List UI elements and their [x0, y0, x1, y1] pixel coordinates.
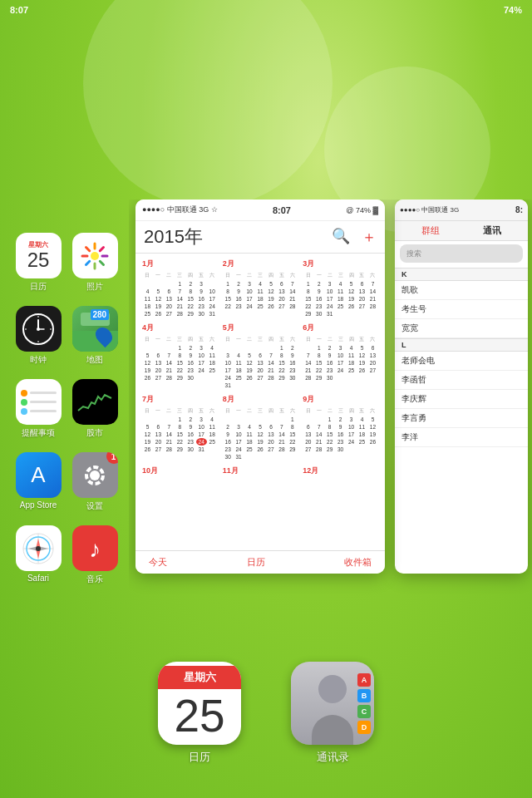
clock-app-icon[interactable]: 时钟	[13, 306, 63, 366]
contact-kuankuan[interactable]: 宽宽	[395, 319, 528, 338]
index-b: B	[357, 689, 371, 702]
dock-calendar-icon: 星期六 25	[158, 662, 241, 745]
month-january: 1月 日一二三四五六 123 45678910 11121314151617 1…	[142, 259, 218, 318]
month-october: 10月	[142, 466, 218, 478]
dock-contacts-app[interactable]: A B C D 通讯录	[291, 662, 374, 765]
calendar-label: 日历	[30, 281, 47, 293]
footer-inbox[interactable]: 收件箱	[344, 556, 372, 569]
contacts-search-bar[interactable]: 搜索	[400, 244, 523, 263]
month-july: 7月 日一二三四五六 1234 567891011 12131415161718…	[142, 394, 218, 461]
photos-icon-img	[72, 233, 118, 278]
calendar-body: 1月 日一二三四五六 123 45678910 11121314151617 1…	[135, 254, 385, 483]
calendar-search-icon[interactable]: 🔍	[332, 227, 350, 247]
month-name-february: 2月	[223, 259, 298, 269]
contact-kai-ge[interactable]: 凯歌	[395, 281, 528, 300]
month-name-august: 8月	[223, 394, 298, 405]
calendar-footer: 今天 日历 收件箱	[135, 550, 385, 574]
index-c: C	[357, 705, 371, 718]
bg-decoration-1	[83, 0, 332, 208]
month-name-june: 6月	[303, 323, 378, 333]
calendar-add-icon[interactable]: ＋	[362, 227, 377, 247]
month-name-may: 5月	[223, 323, 298, 333]
calendar-card-wrapper: ●●●●○ 中国联通 3G ☆ 8:07 @ 74% ▓ 2015年 🔍 ＋ 1…	[135, 200, 385, 574]
reminders-label: 提醒事项	[22, 427, 55, 439]
contact-li-yanyong[interactable]: 李言勇	[395, 409, 528, 428]
footer-today[interactable]: 今天	[149, 556, 167, 569]
contacts-time: 8:	[515, 205, 523, 214]
svg-line-6	[100, 261, 103, 264]
person-body	[312, 715, 353, 745]
icon-row-3: 提醒事项 股市	[8, 379, 125, 439]
music-label: 音乐	[86, 574, 103, 585]
icon-row-5: Safari ♪ 音乐	[8, 525, 125, 585]
contacts-status-bar: ●●●●○ 中国联通 3G 8:	[395, 200, 528, 221]
contacts-list: K 凯歌 考生号 宽宽 L 老师会电 李函哲 李庆辉 李言勇 李洋	[395, 266, 528, 449]
svg-text:A: A	[31, 462, 46, 487]
reminders-app-icon[interactable]: 提醒事项	[13, 379, 63, 439]
svg-point-26	[36, 546, 41, 551]
appstore-label: App Store	[20, 500, 57, 510]
month-april: 4月 日一二三四五六 1234 567891011 12131415161718…	[142, 323, 218, 389]
clock-label: 时钟	[30, 354, 47, 366]
contacts-switcher-card[interactable]: ●●●●○ 中国联通 3G 8: 群组 通讯 搜索 K 凯歌 考生号 宽宽 L …	[395, 200, 528, 574]
month-name-december: 12月	[303, 466, 378, 476]
calendar-app-icon[interactable]: 星期六 25 日历	[13, 233, 63, 293]
month-november: 11月	[223, 466, 298, 478]
settings-app-icon[interactable]: 1 设置	[70, 452, 120, 512]
month-september: 9月 日一二三四五六 12345 6789101112 131415161718…	[303, 394, 378, 461]
icon-row-4: A App Store 1 设置	[8, 452, 125, 512]
month-may: 5月 日一二三四五六 12 3456789 10111213141516 171…	[223, 323, 298, 389]
safari-label: Safari	[27, 574, 49, 583]
contact-laoshi[interactable]: 老师会电	[395, 352, 528, 371]
calendar-months-grid: 1月 日一二三四五六 123 45678910 11121314151617 1…	[142, 259, 378, 478]
safari-app-icon[interactable]: Safari	[13, 525, 63, 585]
contact-li-qinghui[interactable]: 李庆辉	[395, 390, 528, 409]
contact-kaoshenghaoo[interactable]: 考生号	[395, 300, 528, 319]
dock-contacts-label: 通讯录	[317, 750, 349, 765]
cal-signal: ●●●●○ 中国联通 3G ☆	[142, 204, 218, 215]
music-app-icon[interactable]: ♪ 音乐	[70, 525, 120, 585]
home-time: 8:07	[10, 5, 28, 15]
dock-icons: 星期六 25 日历 A B C D 通讯录	[0, 662, 532, 765]
month-name-november: 11月	[223, 466, 298, 476]
dock-cal-weekday: 星期六	[158, 666, 241, 689]
contacts-all-btn[interactable]: 通讯	[483, 224, 501, 237]
icon-row-1: 星期六 25 日历 照片	[8, 233, 125, 293]
month-name-september: 9月	[303, 394, 378, 405]
appstore-icon-img: A	[16, 452, 62, 498]
calendar-switcher-card[interactable]: ●●●●○ 中国联通 3G ☆ 8:07 @ 74% ▓ 2015年 🔍 ＋ 1…	[135, 200, 385, 574]
contacts-signal: ●●●●○ 中国联通 3G	[400, 205, 459, 214]
month-name-march: 3月	[303, 259, 378, 269]
reminders-icon-img	[16, 379, 62, 425]
dock-cal-day: 25	[174, 691, 224, 741]
safari-icon-img	[16, 525, 62, 571]
contact-li-yang[interactable]: 李洋	[395, 428, 528, 447]
home-status-bar: 8:07 74%	[0, 0, 532, 20]
footer-calendar[interactable]: 日历	[247, 556, 265, 569]
maps-app-icon[interactable]: 280 地图	[70, 306, 120, 366]
svg-line-7	[100, 247, 103, 250]
appstore-app-icon[interactable]: A App Store	[13, 452, 63, 512]
clock-icon-img	[16, 306, 62, 352]
month-name-october: 10月	[142, 466, 218, 476]
maps-icon-img: 280	[72, 306, 118, 352]
month-june: 6月 日一二三四五六 123456 78910111213 1415161718…	[303, 323, 378, 389]
calendar-header-icons: 🔍 ＋	[332, 227, 377, 247]
cal-time: 8:07	[273, 205, 291, 215]
section-k: K	[395, 268, 528, 281]
contact-li-hanzhe[interactable]: 李函哲	[395, 371, 528, 390]
contacts-groups-btn[interactable]: 群组	[421, 224, 440, 237]
stocks-app-icon[interactable]: 股市	[70, 379, 120, 439]
calendar-year: 2015年	[144, 224, 203, 249]
icon-row-2: 时钟 280 地图	[8, 306, 125, 366]
photos-label: 照片	[86, 281, 103, 293]
dock-calendar-app[interactable]: 星期六 25 日历	[158, 662, 241, 765]
cal-battery: @ 74% ▓	[346, 206, 378, 214]
home-battery: 74%	[504, 5, 522, 15]
month-name-january: 1月	[142, 259, 218, 269]
music-icon-img: ♪	[72, 525, 118, 571]
contacts-header: 群组 通讯	[395, 221, 528, 241]
cal-day-small: 25	[27, 249, 50, 271]
photos-app-icon[interactable]: 照片	[70, 233, 120, 293]
section-l: L	[395, 338, 528, 352]
